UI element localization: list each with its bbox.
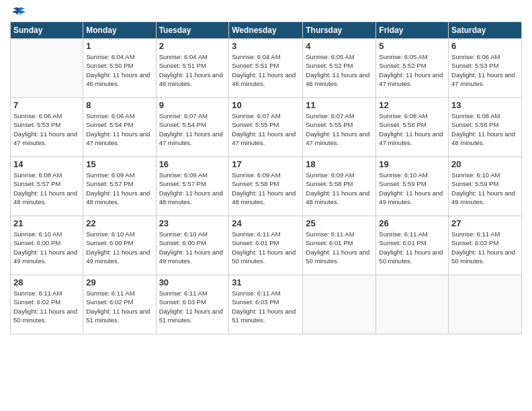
calendar-cell [376, 275, 449, 334]
day-info: Sunrise: 6:10 AMSunset: 6:00 PMDaylight:… [159, 230, 226, 265]
calendar-cell: 21Sunrise: 6:10 AMSunset: 6:00 PMDayligh… [11, 216, 83, 275]
day-number: 24 [232, 218, 300, 228]
day-info: Sunrise: 6:06 AMSunset: 5:54 PMDaylight:… [86, 111, 152, 147]
day-number: 22 [86, 218, 152, 228]
day-number: 27 [451, 218, 519, 228]
day-number: 4 [306, 41, 373, 51]
day-info: Sunrise: 6:07 AMSunset: 5:54 PMDaylight:… [159, 111, 226, 147]
calendar-cell: 15Sunrise: 6:09 AMSunset: 5:57 PMDayligh… [83, 157, 156, 216]
day-info: Sunrise: 6:11 AMSunset: 6:01 PMDaylight:… [306, 230, 373, 265]
day-info: Sunrise: 6:11 AMSunset: 6:02 PMDaylight:… [86, 289, 152, 324]
day-number: 15 [86, 159, 152, 169]
day-number: 12 [379, 100, 445, 110]
calendar-cell: 11Sunrise: 6:07 AMSunset: 5:55 PMDayligh… [303, 98, 376, 157]
calendar-cell: 6Sunrise: 6:06 AMSunset: 5:53 PMDaylight… [449, 39, 522, 98]
calendar-cell: 29Sunrise: 6:11 AMSunset: 6:02 PMDayligh… [83, 275, 156, 334]
calendar-cell: 2Sunrise: 6:04 AMSunset: 5:51 PMDaylight… [156, 39, 229, 98]
calendar-cell: 5Sunrise: 6:05 AMSunset: 5:52 PMDaylight… [376, 39, 449, 98]
calendar-week-row: 1Sunrise: 6:04 AMSunset: 5:50 PMDaylight… [11, 39, 522, 98]
day-info: Sunrise: 6:08 AMSunset: 5:56 PMDaylight:… [451, 111, 519, 147]
calendar-header-row: SundayMondayTuesdayWednesdayThursdayFrid… [11, 22, 522, 39]
day-info: Sunrise: 6:06 AMSunset: 5:53 PMDaylight:… [451, 52, 519, 88]
day-info: Sunrise: 6:10 AMSunset: 6:00 PMDaylight:… [13, 230, 80, 265]
calendar-cell: 25Sunrise: 6:11 AMSunset: 6:01 PMDayligh… [303, 216, 376, 275]
day-number: 23 [159, 218, 226, 228]
calendar: SundayMondayTuesdayWednesdayThursdayFrid… [10, 21, 522, 334]
day-info: Sunrise: 6:11 AMSunset: 6:01 PMDaylight:… [232, 230, 300, 265]
day-number: 28 [13, 277, 80, 287]
calendar-cell: 4Sunrise: 6:05 AMSunset: 5:52 PMDaylight… [303, 39, 376, 98]
day-info: Sunrise: 6:04 AMSunset: 5:51 PMDaylight:… [232, 52, 300, 88]
day-number: 6 [451, 41, 519, 51]
day-number: 26 [379, 218, 445, 228]
day-number: 30 [159, 277, 226, 287]
calendar-cell: 22Sunrise: 6:10 AMSunset: 6:00 PMDayligh… [83, 216, 156, 275]
page: SundayMondayTuesdayWednesdayThursdayFrid… [0, 0, 532, 411]
calendar-cell: 1Sunrise: 6:04 AMSunset: 5:50 PMDaylight… [83, 39, 156, 98]
calendar-cell: 3Sunrise: 6:04 AMSunset: 5:51 PMDaylight… [229, 39, 303, 98]
day-info: Sunrise: 6:07 AMSunset: 5:55 PMDaylight:… [232, 111, 300, 147]
header [10, 7, 522, 16]
calendar-cell: 24Sunrise: 6:11 AMSunset: 6:01 PMDayligh… [229, 216, 303, 275]
day-number: 9 [159, 100, 226, 110]
calendar-header-friday: Friday [376, 22, 449, 39]
calendar-cell: 30Sunrise: 6:11 AMSunset: 6:03 PMDayligh… [156, 275, 229, 334]
day-info: Sunrise: 6:04 AMSunset: 5:51 PMDaylight:… [159, 52, 226, 88]
calendar-cell: 9Sunrise: 6:07 AMSunset: 5:54 PMDaylight… [156, 98, 229, 157]
day-number: 17 [232, 159, 300, 169]
calendar-header-saturday: Saturday [449, 22, 522, 39]
day-info: Sunrise: 6:10 AMSunset: 6:00 PMDaylight:… [86, 230, 152, 265]
day-number: 20 [451, 159, 519, 169]
day-info: Sunrise: 6:09 AMSunset: 5:57 PMDaylight:… [159, 171, 226, 206]
day-number: 5 [379, 41, 445, 51]
calendar-cell: 10Sunrise: 6:07 AMSunset: 5:55 PMDayligh… [229, 98, 303, 157]
day-info: Sunrise: 6:10 AMSunset: 5:59 PMDaylight:… [379, 171, 445, 206]
day-info: Sunrise: 6:09 AMSunset: 5:58 PMDaylight:… [306, 171, 373, 206]
day-info: Sunrise: 6:10 AMSunset: 5:59 PMDaylight:… [451, 171, 519, 206]
day-number: 18 [306, 159, 373, 169]
calendar-week-row: 14Sunrise: 6:08 AMSunset: 5:57 PMDayligh… [11, 157, 522, 216]
calendar-cell: 28Sunrise: 6:11 AMSunset: 6:02 PMDayligh… [11, 275, 83, 334]
day-info: Sunrise: 6:04 AMSunset: 5:50 PMDaylight:… [86, 52, 152, 88]
calendar-header-tuesday: Tuesday [156, 22, 229, 39]
calendar-cell: 13Sunrise: 6:08 AMSunset: 5:56 PMDayligh… [449, 98, 522, 157]
calendar-cell: 20Sunrise: 6:10 AMSunset: 5:59 PMDayligh… [449, 157, 522, 216]
day-number: 3 [232, 41, 300, 51]
calendar-cell: 27Sunrise: 6:11 AMSunset: 6:02 PMDayligh… [449, 216, 522, 275]
calendar-week-row: 28Sunrise: 6:11 AMSunset: 6:02 PMDayligh… [11, 275, 522, 334]
day-info: Sunrise: 6:07 AMSunset: 5:55 PMDaylight:… [306, 111, 373, 147]
day-info: Sunrise: 6:11 AMSunset: 6:02 PMDaylight:… [13, 289, 80, 324]
day-info: Sunrise: 6:08 AMSunset: 5:56 PMDaylight:… [379, 111, 445, 147]
calendar-header-monday: Monday [83, 22, 156, 39]
calendar-header-wednesday: Wednesday [229, 22, 303, 39]
calendar-header-thursday: Thursday [303, 22, 376, 39]
day-number: 31 [232, 277, 300, 287]
day-info: Sunrise: 6:11 AMSunset: 6:03 PMDaylight:… [159, 289, 226, 324]
day-number: 19 [379, 159, 445, 169]
day-number: 7 [13, 100, 80, 110]
day-info: Sunrise: 6:09 AMSunset: 5:58 PMDaylight:… [232, 171, 300, 206]
calendar-cell: 14Sunrise: 6:08 AMSunset: 5:57 PMDayligh… [11, 157, 83, 216]
day-info: Sunrise: 6:11 AMSunset: 6:03 PMDaylight:… [232, 289, 300, 324]
day-info: Sunrise: 6:05 AMSunset: 5:52 PMDaylight:… [306, 52, 373, 88]
day-number: 2 [159, 41, 226, 51]
calendar-cell: 16Sunrise: 6:09 AMSunset: 5:57 PMDayligh… [156, 157, 229, 216]
day-info: Sunrise: 6:08 AMSunset: 5:57 PMDaylight:… [13, 171, 80, 206]
logo-bird-icon [11, 7, 26, 19]
calendar-cell: 26Sunrise: 6:11 AMSunset: 6:01 PMDayligh… [376, 216, 449, 275]
calendar-cell: 19Sunrise: 6:10 AMSunset: 5:59 PMDayligh… [376, 157, 449, 216]
calendar-cell: 23Sunrise: 6:10 AMSunset: 6:00 PMDayligh… [156, 216, 229, 275]
day-number: 29 [86, 277, 152, 287]
day-info: Sunrise: 6:09 AMSunset: 5:57 PMDaylight:… [86, 171, 152, 206]
day-info: Sunrise: 6:11 AMSunset: 6:01 PMDaylight:… [379, 230, 445, 265]
day-number: 13 [451, 100, 519, 110]
calendar-cell [449, 275, 522, 334]
calendar-cell: 18Sunrise: 6:09 AMSunset: 5:58 PMDayligh… [303, 157, 376, 216]
day-info: Sunrise: 6:06 AMSunset: 5:53 PMDaylight:… [13, 111, 80, 147]
calendar-cell: 7Sunrise: 6:06 AMSunset: 5:53 PMDaylight… [11, 98, 83, 157]
day-number: 11 [306, 100, 373, 110]
calendar-week-row: 21Sunrise: 6:10 AMSunset: 6:00 PMDayligh… [11, 216, 522, 275]
day-info: Sunrise: 6:05 AMSunset: 5:52 PMDaylight:… [379, 52, 445, 88]
calendar-cell: 17Sunrise: 6:09 AMSunset: 5:58 PMDayligh… [229, 157, 303, 216]
day-number: 14 [13, 159, 80, 169]
